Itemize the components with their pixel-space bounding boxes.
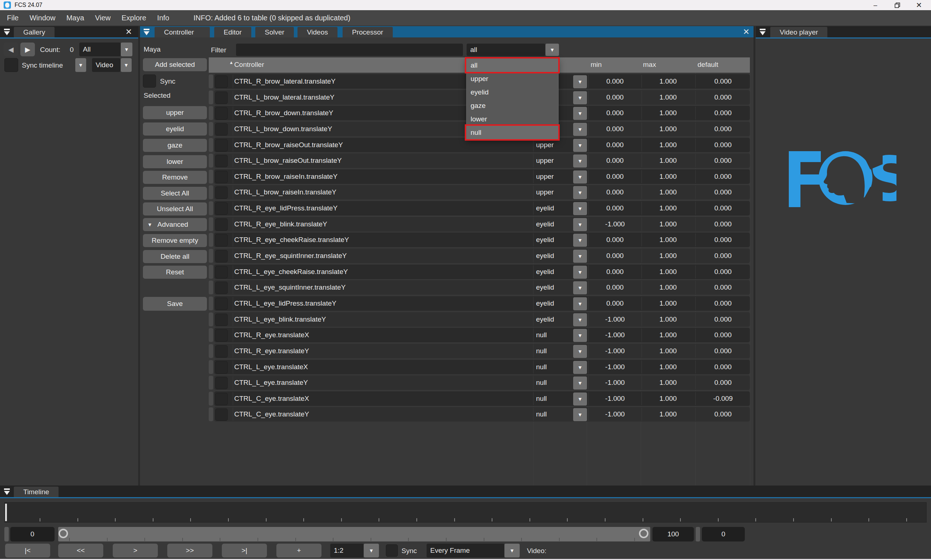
row-default-value[interactable]: 0.000	[696, 265, 750, 279]
row-max-value[interactable]: 1.000	[641, 217, 695, 231]
row-header-handle[interactable]	[209, 106, 213, 120]
row-max-value[interactable]: 1.000	[641, 90, 695, 105]
row-min-value[interactable]: -1.000	[589, 360, 641, 374]
row-min-value[interactable]: 0.000	[589, 74, 641, 89]
row-checkbox[interactable]	[215, 186, 228, 199]
range-end-input[interactable]: 100	[652, 527, 694, 542]
row-max-value[interactable]: 1.000	[641, 122, 695, 136]
row-max-value[interactable]: 1.000	[641, 360, 695, 374]
go-to-start-button[interactable]: |<	[5, 544, 50, 557]
menu-window[interactable]: Window	[29, 14, 55, 22]
column-header-max[interactable]: max	[643, 57, 656, 72]
table-row[interactable]: CTRL_R_eye_blink.translateYeyelid▼-1.000…	[209, 217, 750, 232]
row-checkbox[interactable]	[215, 107, 228, 120]
row-default-value[interactable]: 0.000	[696, 232, 750, 247]
gallery-page-filter-select[interactable]: All	[79, 43, 121, 56]
panel-menu-icon[interactable]	[2, 28, 12, 36]
row-default-value[interactable]: 0.000	[696, 280, 750, 295]
restore-button[interactable]	[889, 0, 906, 10]
column-header-default[interactable]: default	[698, 57, 718, 72]
row-min-value[interactable]: 0.000	[589, 232, 641, 247]
row-default-value[interactable]: 0.000	[696, 74, 750, 89]
row-checkbox[interactable]	[215, 298, 228, 310]
tab-processor[interactable]: Processor	[342, 27, 393, 37]
row-category-dropdown-button[interactable]: ▼	[573, 297, 587, 310]
row-checkbox[interactable]	[215, 155, 228, 167]
panel-menu-icon[interactable]	[142, 28, 151, 36]
row-min-value[interactable]: -1.000	[589, 217, 641, 231]
dropdown-item-null[interactable]: null	[467, 126, 558, 139]
row-category-dropdown-button[interactable]: ▼	[573, 281, 587, 294]
range-start-handle[interactable]	[5, 527, 9, 542]
rate-dropdown-button[interactable]: ▼	[364, 544, 379, 557]
row-default-value[interactable]: 0.000	[696, 106, 750, 120]
row-header-handle[interactable]	[209, 170, 213, 183]
gallery-video-dropdown-button[interactable]: ▼	[121, 58, 132, 72]
row-checkbox[interactable]	[215, 408, 228, 421]
close-window-button[interactable]: ✕	[911, 0, 927, 10]
row-header-handle[interactable]	[209, 360, 213, 374]
row-header-handle[interactable]	[209, 233, 213, 247]
current-frame-input[interactable]: 0	[702, 527, 745, 542]
row-max-value[interactable]: 1.000	[641, 407, 695, 422]
row-max-value[interactable]: 1.000	[641, 74, 695, 89]
row-checkbox[interactable]	[215, 171, 228, 183]
row-min-value[interactable]: 0.000	[589, 153, 641, 168]
row-min-value[interactable]: 0.000	[589, 265, 641, 279]
row-checkbox[interactable]	[215, 218, 228, 231]
row-default-value[interactable]: 0.000	[696, 122, 750, 136]
row-header-handle[interactable]	[209, 122, 213, 136]
row-max-value[interactable]: 1.000	[641, 312, 695, 327]
row-category-dropdown-button[interactable]: ▼	[573, 392, 587, 406]
add-selected-button[interactable]: Add selected	[143, 58, 207, 71]
row-category-dropdown-button[interactable]: ▼	[573, 202, 587, 215]
row-max-value[interactable]: 1.000	[641, 106, 695, 120]
row-category-dropdown-button[interactable]: ▼	[573, 139, 587, 152]
dropdown-item-lower[interactable]: lower	[467, 112, 558, 126]
row-category-dropdown-button[interactable]: ▼	[573, 123, 587, 136]
dropdown-item-all[interactable]: all	[467, 58, 558, 72]
row-category-dropdown-button[interactable]: ▼	[573, 107, 587, 120]
row-default-value[interactable]: 0.000	[696, 328, 750, 342]
row-header-handle[interactable]	[209, 408, 213, 421]
row-max-value[interactable]: 1.000	[641, 185, 695, 200]
row-category-dropdown-button[interactable]: ▼	[573, 266, 587, 279]
row-checkbox[interactable]	[215, 250, 228, 262]
row-min-value[interactable]: -1.000	[589, 391, 641, 406]
row-min-value[interactable]: 0.000	[589, 138, 641, 152]
row-default-value[interactable]: 0.000	[696, 360, 750, 374]
menu-maya[interactable]: Maya	[66, 14, 84, 22]
range-start-input[interactable]: 0	[10, 527, 54, 542]
row-header-handle[interactable]	[209, 297, 213, 310]
row-min-value[interactable]: 0.000	[589, 249, 641, 263]
row-header-handle[interactable]	[209, 249, 213, 263]
row-header-handle[interactable]	[209, 138, 213, 152]
row-category-dropdown-button[interactable]: ▼	[573, 75, 587, 88]
row-header-handle[interactable]	[209, 312, 213, 326]
row-default-value[interactable]: 0.000	[696, 90, 750, 105]
row-max-value[interactable]: 1.000	[641, 344, 695, 358]
table-row[interactable]: CTRL_C_eye.translateXnull▼-1.0001.000-0.…	[209, 391, 750, 407]
row-checkbox[interactable]	[215, 314, 228, 326]
tab-editor[interactable]: Editor	[214, 27, 251, 37]
row-checkbox[interactable]	[215, 329, 228, 342]
menu-file[interactable]: File	[7, 14, 18, 22]
table-row[interactable]: CTRL_R_eye_cheekRaise.translateYeyelid▼0…	[209, 232, 750, 248]
row-default-value[interactable]: 0.000	[696, 153, 750, 168]
row-header-handle[interactable]	[209, 202, 213, 215]
timeline-playhead[interactable]	[5, 504, 7, 521]
row-default-value[interactable]: 0.000	[696, 201, 750, 215]
row-checkbox[interactable]	[215, 202, 228, 215]
row-checkbox[interactable]	[215, 92, 228, 104]
row-max-value[interactable]: 1.000	[641, 265, 695, 279]
table-row[interactable]: CTRL_R_eye_squintInner.translateYeyelid▼…	[209, 249, 750, 264]
row-max-value[interactable]: 1.000	[641, 280, 695, 295]
row-checkbox[interactable]	[215, 139, 228, 152]
row-max-value[interactable]: 1.000	[641, 375, 695, 390]
row-header-handle[interactable]	[209, 265, 213, 279]
table-row[interactable]: CTRL_L_brow_raiseIn.translateYupper▼0.00…	[209, 185, 750, 200]
row-category-dropdown-button[interactable]: ▼	[573, 186, 587, 199]
table-row[interactable]: CTRL_R_eye.translateXnull▼-1.0001.0000.0…	[209, 328, 750, 343]
timeline-range-slider[interactable]	[58, 527, 650, 542]
row-min-value[interactable]: 0.000	[589, 90, 641, 105]
